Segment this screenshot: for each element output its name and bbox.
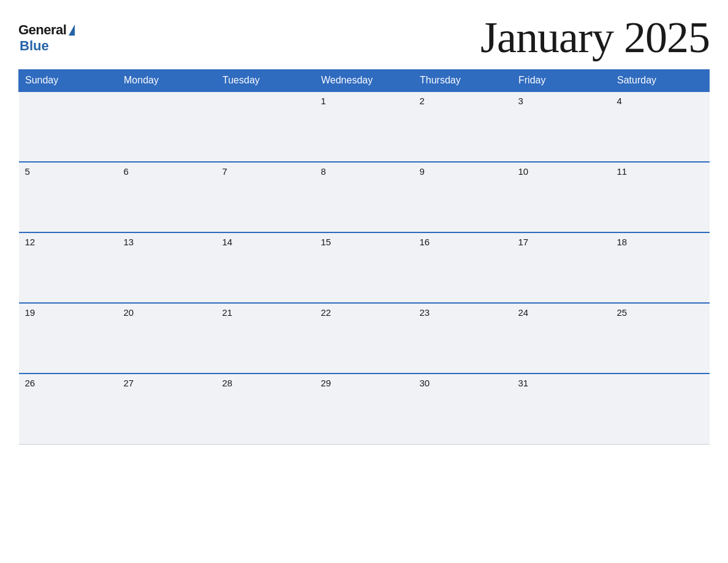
calendar-day-cell: 18 bbox=[611, 232, 710, 303]
calendar-day-cell: 31 bbox=[512, 373, 611, 444]
day-number: 17 bbox=[518, 237, 529, 247]
day-number: 8 bbox=[321, 166, 326, 177]
logo-blue-text: Blue bbox=[20, 38, 49, 54]
day-number: 20 bbox=[124, 307, 134, 318]
day-number: 11 bbox=[617, 166, 628, 177]
day-number: 19 bbox=[25, 307, 36, 318]
day-number: 31 bbox=[518, 378, 529, 388]
day-number: 27 bbox=[124, 378, 134, 388]
day-number: 26 bbox=[25, 378, 36, 388]
calendar-day-cell: 22 bbox=[315, 303, 414, 373]
calendar-day-cell: 27 bbox=[118, 373, 216, 444]
calendar-day-cell bbox=[216, 91, 315, 162]
calendar-week-row: 1234 bbox=[19, 91, 710, 162]
calendar-day-cell: 25 bbox=[611, 303, 710, 373]
day-number: 18 bbox=[617, 237, 628, 247]
calendar-day-cell bbox=[19, 91, 118, 162]
day-number: 3 bbox=[518, 96, 523, 106]
day-number: 4 bbox=[617, 96, 622, 106]
day-of-week-header: Wednesday bbox=[315, 70, 414, 92]
day-number: 28 bbox=[222, 378, 233, 388]
day-of-week-header: Monday bbox=[118, 70, 216, 92]
calendar-day-cell: 11 bbox=[611, 162, 710, 232]
day-number: 24 bbox=[518, 307, 529, 318]
month-title: January 2025 bbox=[480, 12, 710, 63]
day-number: 30 bbox=[420, 378, 430, 388]
day-number: 23 bbox=[420, 307, 430, 318]
calendar-day-cell: 20 bbox=[118, 303, 216, 373]
calendar-day-cell: 23 bbox=[414, 303, 512, 373]
calendar-week-row: 262728293031 bbox=[19, 373, 710, 444]
day-number: 6 bbox=[124, 166, 129, 177]
day-number: 21 bbox=[222, 307, 233, 318]
calendar-day-cell: 26 bbox=[19, 373, 118, 444]
calendar-day-cell: 4 bbox=[611, 91, 710, 162]
logo-triangle-icon bbox=[69, 25, 75, 36]
calendar-day-cell: 10 bbox=[512, 162, 611, 232]
header: General Blue January 2025 bbox=[18, 12, 710, 63]
calendar-day-cell: 28 bbox=[216, 373, 315, 444]
calendar-day-cell: 24 bbox=[512, 303, 611, 373]
day-number: 14 bbox=[222, 237, 233, 247]
calendar-day-cell: 29 bbox=[315, 373, 414, 444]
calendar-week-row: 567891011 bbox=[19, 162, 710, 232]
calendar-day-cell: 12 bbox=[19, 232, 118, 303]
logo: General Blue bbox=[18, 22, 75, 54]
calendar-day-cell: 6 bbox=[118, 162, 216, 232]
day-of-week-header: Saturday bbox=[611, 70, 710, 92]
calendar-day-cell: 19 bbox=[19, 303, 118, 373]
calendar-table: SundayMondayTuesdayWednesdayThursdayFrid… bbox=[18, 69, 710, 445]
day-of-week-header: Thursday bbox=[414, 70, 512, 92]
day-number: 2 bbox=[420, 96, 425, 106]
calendar-day-cell: 9 bbox=[414, 162, 512, 232]
calendar-week-row: 19202122232425 bbox=[19, 303, 710, 373]
calendar-day-cell: 15 bbox=[315, 232, 414, 303]
days-of-week-row: SundayMondayTuesdayWednesdayThursdayFrid… bbox=[19, 70, 710, 92]
calendar-day-cell: 16 bbox=[414, 232, 512, 303]
calendar-day-cell: 14 bbox=[216, 232, 315, 303]
calendar-day-cell: 13 bbox=[118, 232, 216, 303]
day-of-week-header: Friday bbox=[512, 70, 611, 92]
day-number: 16 bbox=[420, 237, 430, 247]
calendar-week-row: 12131415161718 bbox=[19, 232, 710, 303]
calendar-day-cell: 21 bbox=[216, 303, 315, 373]
day-number: 25 bbox=[617, 307, 628, 318]
day-number: 1 bbox=[321, 96, 326, 106]
day-number: 7 bbox=[222, 166, 227, 177]
logo-general-text: General bbox=[18, 22, 66, 38]
day-number: 5 bbox=[25, 166, 30, 177]
calendar-header: SundayMondayTuesdayWednesdayThursdayFrid… bbox=[19, 70, 710, 92]
calendar-day-cell: 17 bbox=[512, 232, 611, 303]
calendar-day-cell: 8 bbox=[315, 162, 414, 232]
day-number: 15 bbox=[321, 237, 332, 247]
calendar-day-cell bbox=[118, 91, 216, 162]
day-number: 22 bbox=[321, 307, 332, 318]
calendar-day-cell bbox=[611, 373, 710, 444]
day-number: 10 bbox=[518, 166, 529, 177]
day-of-week-header: Sunday bbox=[19, 70, 118, 92]
day-number: 12 bbox=[25, 237, 36, 247]
calendar-day-cell: 30 bbox=[414, 373, 512, 444]
calendar-body: 1234567891011121314151617181920212223242… bbox=[19, 91, 710, 444]
calendar-day-cell: 5 bbox=[19, 162, 118, 232]
calendar-day-cell: 1 bbox=[315, 91, 414, 162]
page: General Blue January 2025 SundayMondayTu… bbox=[0, 0, 728, 563]
calendar-day-cell: 7 bbox=[216, 162, 315, 232]
day-number: 9 bbox=[420, 166, 425, 177]
day-number: 13 bbox=[124, 237, 134, 247]
calendar-day-cell: 3 bbox=[512, 91, 611, 162]
calendar-day-cell: 2 bbox=[414, 91, 512, 162]
day-number: 29 bbox=[321, 378, 332, 388]
day-of-week-header: Tuesday bbox=[216, 70, 315, 92]
